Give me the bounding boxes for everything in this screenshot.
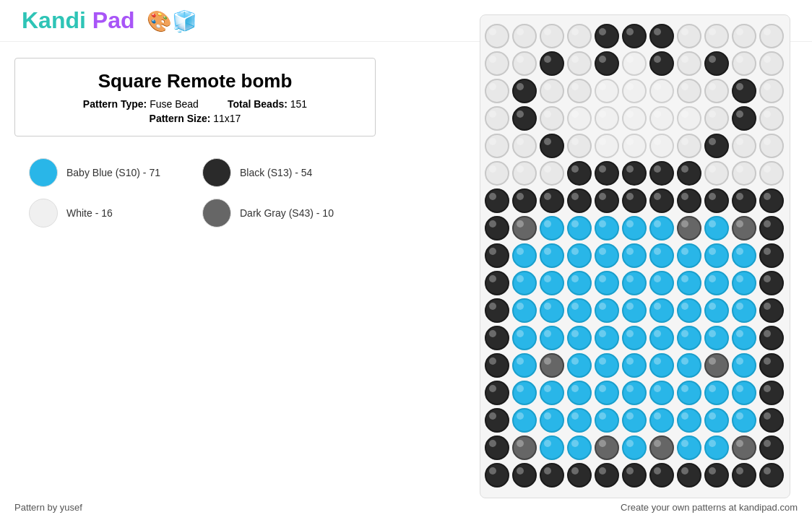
bead: [540, 134, 564, 158]
bead: [540, 51, 564, 76]
bead: [704, 106, 729, 131]
bead: [540, 463, 564, 488]
bead: [485, 188, 509, 213]
color-legend: Baby Blue (S10) - 71 Black (S13) - 54 Wh…: [14, 151, 376, 235]
bead: [732, 134, 756, 158]
bead: [485, 243, 509, 268]
bead: [622, 188, 647, 213]
bead: [649, 353, 674, 378]
bead: [649, 298, 674, 323]
logo[interactable]: Kandi Pad 🎨🧊: [22, 7, 197, 34]
bead: [649, 463, 674, 488]
bead: [649, 188, 674, 213]
bead: [485, 51, 509, 76]
bead: [759, 24, 784, 48]
bead: [759, 134, 784, 158]
logo-kandi: Kandi: [22, 7, 86, 33]
bead: [649, 381, 674, 405]
bead: [759, 463, 784, 488]
bead: [759, 436, 784, 460]
pattern-info-box: Square Remote bomb Pattern Type: Fuse Be…: [14, 58, 376, 136]
bead: [512, 463, 537, 488]
color-label-white: White - 16: [66, 207, 113, 219]
bead: [759, 408, 784, 433]
bead: [485, 216, 509, 240]
bead: [567, 106, 592, 131]
bead: [595, 106, 619, 131]
color-swatch-baby-blue: [29, 158, 58, 187]
bead: [567, 134, 592, 158]
bead: [677, 24, 701, 48]
bead: [567, 381, 592, 405]
bead: [704, 353, 729, 378]
bead: [540, 79, 564, 103]
bead: [540, 161, 564, 186]
pattern-beads: Total Beads: 151: [228, 98, 307, 110]
bead: [704, 326, 729, 350]
bead: [759, 106, 784, 131]
bead: [649, 106, 674, 131]
bead: [704, 24, 729, 48]
bead: [649, 243, 674, 268]
bead: [732, 106, 756, 131]
bead: [759, 326, 784, 350]
bead: [567, 216, 592, 240]
bead: [567, 408, 592, 433]
bead: [512, 188, 537, 213]
bead: [485, 134, 509, 158]
bead: [512, 51, 537, 76]
bead: [540, 106, 564, 131]
color-item-white: White - 16: [29, 199, 188, 228]
bead: [595, 79, 619, 103]
bead: [649, 436, 674, 460]
bead: [622, 51, 647, 76]
bead: [622, 463, 647, 488]
bead: [512, 271, 537, 295]
bead: [512, 79, 537, 103]
bead: [677, 106, 701, 131]
color-label-baby-blue: Baby Blue (S10) - 71: [66, 167, 160, 178]
color-swatch-black: [202, 158, 231, 187]
color-item-baby-blue: Baby Blue (S10) - 71: [29, 158, 188, 187]
bead: [649, 51, 674, 76]
bead: [595, 243, 619, 268]
bead: [732, 188, 756, 213]
bead: [704, 134, 729, 158]
bead: [732, 381, 756, 405]
bead: [485, 79, 509, 103]
bead: [595, 408, 619, 433]
bead: [540, 298, 564, 323]
bead-grid: [485, 24, 785, 489]
bead: [622, 106, 647, 131]
bead: [732, 271, 756, 295]
bead: [732, 436, 756, 460]
bead: [485, 326, 509, 350]
bead: [567, 298, 592, 323]
bead: [567, 161, 592, 186]
logo-space: [86, 7, 92, 33]
bead: [677, 271, 701, 295]
bead: [485, 271, 509, 295]
bead: [622, 326, 647, 350]
bead: [595, 216, 619, 240]
bead: [704, 436, 729, 460]
bead: [677, 243, 701, 268]
bead: [595, 188, 619, 213]
bead: [622, 134, 647, 158]
bead: [649, 24, 674, 48]
bead: [595, 24, 619, 48]
logo-icons: 🎨🧊: [147, 10, 197, 32]
color-label-dark-gray: Dark Gray (S43) - 10: [240, 207, 334, 219]
bead: [540, 271, 564, 295]
footer-attribution: Pattern by yusef: [14, 502, 82, 513]
pattern-type-label: Pattern Type:: [83, 98, 147, 110]
bead: [677, 408, 701, 433]
bead: [512, 436, 537, 460]
bead: [732, 24, 756, 48]
bead: [759, 271, 784, 295]
bead: [512, 216, 537, 240]
bead: [732, 463, 756, 488]
pattern-type: Pattern Type: Fuse Bead: [83, 98, 199, 110]
bead: [732, 353, 756, 378]
bead: [567, 353, 592, 378]
